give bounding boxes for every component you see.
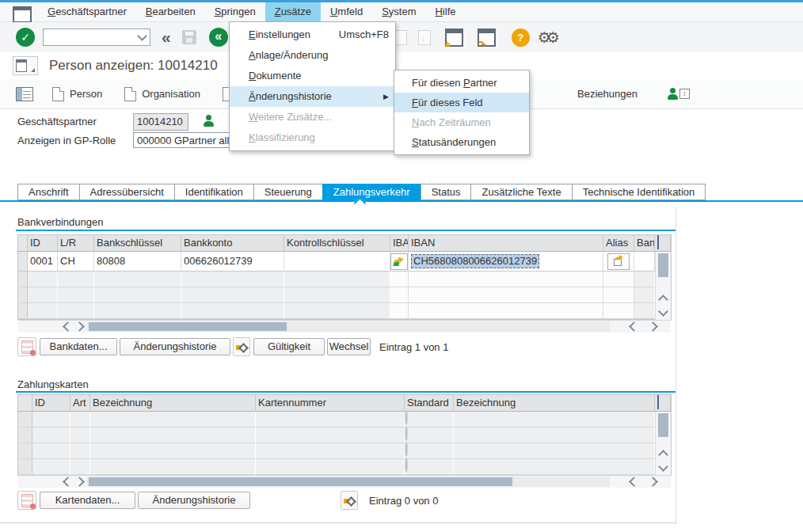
download-icon[interactable]: ↓	[418, 30, 431, 45]
scroll-right-button[interactable]	[74, 477, 87, 487]
customize-layout-icon[interactable]: ⚙⚙	[538, 28, 555, 47]
scrollbar-thumb[interactable]	[658, 253, 668, 277]
bank-row-1[interactable]: 0001 CH 80808 006626012739 CH56808080066…	[18, 252, 671, 272]
row-selector[interactable]	[18, 252, 28, 272]
bank-empty-row[interactable]	[18, 272, 671, 287]
tab-zusaetzliche-texte[interactable]: Zusätzliche Texte	[470, 184, 571, 200]
command-field[interactable]	[43, 28, 150, 46]
print-icon[interactable]	[394, 30, 407, 45]
help-icon[interactable]: ?	[512, 28, 530, 47]
scroll-right-button[interactable]	[647, 477, 660, 487]
tab-steuerung[interactable]: Steuerung	[253, 184, 322, 200]
new-session-icon[interactable]: ★	[445, 28, 463, 47]
cell-kontrollschluessel[interactable]	[284, 252, 390, 272]
scrollbar-track[interactable]	[87, 321, 610, 332]
iban-selected-text[interactable]: CH5680808006626012739	[411, 254, 539, 268]
cards-horizontal-scrollbar[interactable]	[18, 475, 671, 488]
select-all-cell[interactable]	[18, 395, 32, 412]
tab-identifikation[interactable]: Identifikation	[174, 184, 253, 200]
relations-person-icon[interactable]: ↕	[667, 88, 690, 100]
exit-icon[interactable]: «	[209, 28, 228, 47]
back-icon[interactable]: «	[162, 29, 171, 45]
menuitem-fuer-dieses-feld[interactable]: Für dieses Feld	[394, 93, 529, 112]
table-settings-cell[interactable]	[655, 235, 671, 252]
cards-table: ID Art Bezeichnung Kartennummer Standard…	[17, 394, 672, 476]
scroll-right-button[interactable]	[647, 321, 660, 332]
bank-aenderungshistorie-button[interactable]: Änderungshistorie	[120, 338, 230, 355]
kartendaten-button[interactable]: Kartendaten...	[40, 492, 135, 509]
menuitem-fuer-diesen-partner[interactable]: Für diesen Partner	[394, 73, 529, 93]
menu-hilfe[interactable]: Hilfe	[425, 2, 465, 21]
scroll-right-button[interactable]	[74, 321, 87, 332]
partner-value-field[interactable]: 10014210	[133, 113, 188, 131]
enter-check-icon[interactable]: ✓	[16, 28, 35, 47]
cards-empty-row[interactable]	[18, 412, 671, 428]
menuitem-statusaenderungen[interactable]: Statusänderungen	[394, 132, 529, 152]
window-menu-icon[interactable]	[13, 6, 32, 23]
cards-empty-row[interactable]	[18, 443, 671, 459]
services-for-object-icon[interactable]	[13, 56, 38, 75]
menuitem-klassifizierung[interactable]: Klassifizierung	[230, 127, 395, 148]
bank-empty-row[interactable]	[18, 303, 671, 319]
scrollbar-thumb[interactable]	[89, 477, 512, 486]
table-settings-cell[interactable]	[655, 395, 671, 412]
create-shortcut-icon[interactable]: ↷	[478, 28, 496, 47]
tab-adressuebersicht[interactable]: Adressübersicht	[79, 184, 174, 200]
iban-maintain-button[interactable]	[390, 253, 408, 270]
menu-springen[interactable]: Springen	[205, 2, 265, 21]
tab-zahlungsverkehr[interactable]: Zahlungsverkehr	[322, 184, 421, 200]
menuitem-anlage-aenderung[interactable]: Anlage/Änderung	[230, 45, 395, 66]
cards-aenderungshistorie-button[interactable]: Änderungshistorie	[138, 492, 250, 509]
menuitem-einstellungen[interactable]: Einstellungen Umsch+F8	[230, 25, 395, 45]
person-button[interactable]: Person	[41, 84, 113, 104]
locator-toggle-icon[interactable]	[16, 87, 33, 101]
cell-lr[interactable]: CH	[58, 252, 94, 272]
cell-iban[interactable]: CH5680808006626012739	[409, 252, 603, 272]
cell-bankschluessel[interactable]: 80808	[94, 252, 181, 272]
wechsel-button[interactable]: Wechsel	[327, 338, 371, 355]
tab-technische-identifikation[interactable]: Technische Identifikation	[572, 184, 706, 200]
tab-anschrift[interactable]: Anschrift	[17, 184, 79, 200]
cards-vertical-scrollbar[interactable]	[655, 412, 671, 475]
scroll-left-button[interactable]	[60, 477, 74, 487]
gueltigkeit-button[interactable]: Gültigkeit	[253, 338, 325, 355]
delete-bank-row-button[interactable]	[17, 337, 36, 356]
scrollbar-thumb[interactable]	[658, 413, 668, 437]
menu-bearbeiten[interactable]: Bearbeiten	[136, 2, 205, 21]
menu-geschaeftspartner[interactable]: Geschäftspartner	[38, 2, 136, 21]
menu-umfeld[interactable]: Umfeld	[321, 2, 372, 21]
scroll-up-button[interactable]	[656, 291, 671, 305]
scroll-up-button[interactable]	[656, 446, 671, 460]
beziehungen-button[interactable]: Beziehungen	[577, 88, 637, 100]
bank-vertical-scrollbar[interactable]	[655, 252, 671, 320]
alias-button[interactable]	[607, 253, 630, 270]
scrollbar-track[interactable]	[87, 477, 610, 487]
menu-zusaetze[interactable]: Zusätze	[265, 2, 321, 21]
scroll-down-button[interactable]	[656, 306, 671, 319]
bank-empty-row[interactable]	[18, 287, 671, 303]
cell-bankkonto[interactable]: 006626012739	[181, 252, 284, 272]
scrollbar-thumb[interactable]	[89, 322, 287, 331]
cell-bank[interactable]	[634, 252, 655, 272]
scroll-left-button[interactable]	[626, 477, 640, 487]
adjust-columns-button[interactable]	[341, 491, 358, 510]
cards-empty-row[interactable]	[18, 428, 671, 443]
bank-horizontal-scrollbar[interactable]	[18, 320, 671, 332]
adjust-columns-button[interactable]	[233, 337, 250, 356]
menuitem-aenderungshistorie[interactable]: Änderungshistorie ▶	[230, 86, 395, 107]
tab-status[interactable]: Status	[421, 184, 471, 200]
menuitem-weitere-zusaetze[interactable]: Weitere Zusätze...	[230, 107, 395, 127]
scroll-left-button[interactable]	[60, 321, 74, 332]
select-all-cell[interactable]	[18, 235, 28, 252]
menuitem-dokumente[interactable]: Dokumente	[230, 66, 395, 86]
cell-id[interactable]: 0001	[28, 252, 58, 272]
save-icon[interactable]	[182, 30, 196, 44]
scroll-down-button[interactable]	[656, 461, 671, 474]
delete-card-row-button[interactable]	[17, 491, 36, 510]
scroll-left-button[interactable]	[626, 321, 640, 332]
menu-system[interactable]: System	[372, 2, 425, 21]
bankdaten-button[interactable]: Bankdaten...	[40, 338, 117, 355]
organisation-button[interactable]: Organisation	[113, 84, 211, 104]
cards-empty-row[interactable]	[18, 459, 671, 475]
menuitem-nach-zeitraeumen[interactable]: Nach Zeiträumen	[394, 112, 529, 132]
